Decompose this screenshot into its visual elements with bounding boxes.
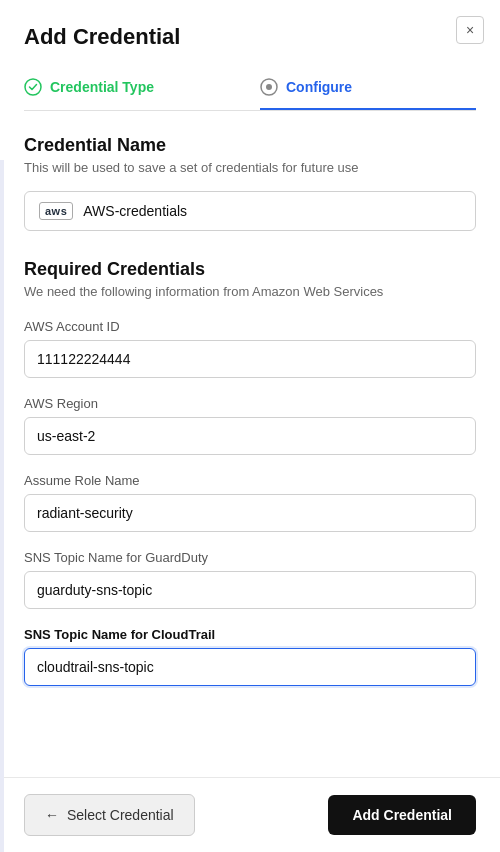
sns-guardduty-group: SNS Topic Name for GuardDuty xyxy=(24,550,476,609)
svg-point-0 xyxy=(25,79,41,95)
steps-bar: Credential Type Configure xyxy=(24,66,476,111)
sns-cloudtrail-input[interactable] xyxy=(24,648,476,686)
step-credential-type[interactable]: Credential Type xyxy=(24,66,260,110)
sns-guardduty-input[interactable] xyxy=(24,571,476,609)
aws-account-id-group: AWS Account ID xyxy=(24,319,476,378)
credential-name-value: AWS-credentials xyxy=(83,203,187,219)
assume-role-label: Assume Role Name xyxy=(24,473,476,488)
aws-account-id-input[interactable] xyxy=(24,340,476,378)
modal-title: Add Credential xyxy=(24,24,476,50)
assume-role-group: Assume Role Name xyxy=(24,473,476,532)
sns-cloudtrail-label: SNS Topic Name for CloudTrail xyxy=(24,627,476,642)
svg-point-2 xyxy=(266,84,272,90)
select-credential-button[interactable]: ← Select Credential xyxy=(24,794,195,836)
credential-name-section: Credential Name This will be used to sav… xyxy=(24,135,476,231)
required-credentials-section: Required Credentials We need the followi… xyxy=(24,259,476,686)
modal-footer: ← Select Credential Add Credential xyxy=(0,777,500,852)
select-credential-label: Select Credential xyxy=(67,807,174,823)
left-accent-bar xyxy=(0,160,4,852)
assume-role-input[interactable] xyxy=(24,494,476,532)
required-section-desc: We need the following information from A… xyxy=(24,284,476,299)
required-section-title: Required Credentials xyxy=(24,259,476,280)
aws-account-id-label: AWS Account ID xyxy=(24,319,476,334)
checkmark-circle-icon xyxy=(24,78,42,96)
add-credential-button[interactable]: Add Credential xyxy=(328,795,476,835)
step2-label: Configure xyxy=(286,79,352,95)
sns-cloudtrail-group: SNS Topic Name for CloudTrail xyxy=(24,627,476,686)
credential-name-desc: This will be used to save a set of crede… xyxy=(24,160,476,175)
aws-region-group: AWS Region xyxy=(24,396,476,455)
modal: × Add Credential Credential Type Configu… xyxy=(0,0,500,852)
step1-label: Credential Type xyxy=(50,79,154,95)
credential-name-title: Credential Name xyxy=(24,135,476,156)
modal-body: Credential Name This will be used to sav… xyxy=(0,111,500,777)
aws-region-label: AWS Region xyxy=(24,396,476,411)
close-button[interactable]: × xyxy=(456,16,484,44)
step-configure[interactable]: Configure xyxy=(260,66,476,110)
back-arrow-icon: ← xyxy=(45,807,59,823)
aws-logo: aws xyxy=(39,202,73,220)
aws-region-input[interactable] xyxy=(24,417,476,455)
modal-header: Add Credential Credential Type Configure xyxy=(0,0,500,111)
credential-name-box: aws AWS-credentials xyxy=(24,191,476,231)
sns-guardduty-label: SNS Topic Name for GuardDuty xyxy=(24,550,476,565)
circle-dot-icon xyxy=(260,78,278,96)
